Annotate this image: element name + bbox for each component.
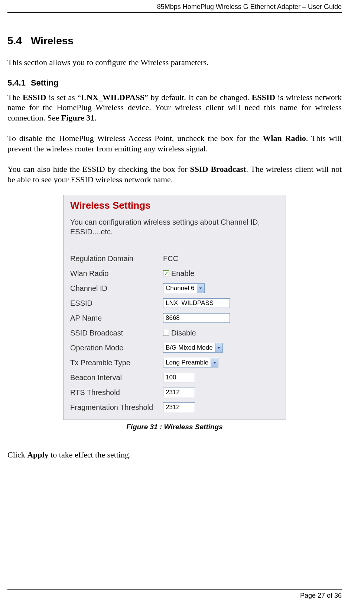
paragraph-1: The ESSID is set as “LNX_WILDPASS” by de… [7, 92, 342, 123]
label-wlan-radio: Wlan Radio [70, 269, 163, 278]
text-bold: Wlan Radio [263, 134, 306, 143]
text: is set as “ [46, 93, 81, 102]
row-tx-preamble: Tx Preamble Type Long Preamble [70, 357, 279, 368]
panel-description: You can configuration wireless settings … [70, 217, 279, 237]
checkbox-ssid-broadcast[interactable]: ✓ [163, 330, 169, 336]
text: The [7, 93, 23, 102]
input-rts-threshold[interactable]: 2312 [163, 388, 195, 397]
select-channel-id-value: Channel 6 [166, 285, 195, 292]
label-channel-id: Channel ID [70, 284, 163, 293]
label-regulation-domain: Regulation Domain [70, 254, 163, 263]
chevron-down-icon[interactable] [197, 284, 204, 293]
panel-title: Wireless Settings [70, 200, 279, 211]
checkbox-wlan-radio-label: Enable [171, 269, 194, 278]
text: ” by default. It can be changed. [144, 93, 252, 102]
chevron-down-icon[interactable] [211, 358, 218, 367]
checkbox-ssid-broadcast-label: Disable [171, 329, 196, 337]
label-essid: ESSID [70, 299, 163, 308]
text-bold: ESSID [252, 93, 276, 102]
section-number: 5.4 [7, 35, 22, 47]
page-number: Page 27 of 36 [7, 592, 342, 600]
value-regulation-domain: FCC [163, 254, 178, 263]
apply-paragraph: Click Apply to take effect the setting. [7, 450, 342, 460]
row-regulation-domain: Regulation Domain FCC [70, 253, 279, 264]
input-ap-name[interactable]: 8668 [163, 313, 230, 323]
text-bold: SSID Broadcast [190, 164, 246, 174]
select-tx-preamble-value: Long Preamble [166, 359, 208, 366]
label-operation-mode: Operation Mode [70, 344, 163, 352]
chevron-down-icon[interactable] [215, 343, 222, 352]
label-ap-name: AP Name [70, 314, 163, 322]
figure-31: Wireless Settings You can configuration … [7, 195, 342, 431]
text-bold: Apply [27, 450, 48, 459]
label-fragmentation-threshold: Fragmentation Threshold [70, 403, 163, 412]
paragraph-2: To disable the HomePlug Wireless Access … [7, 133, 342, 154]
checkbox-wlan-radio[interactable]: ✓ [163, 270, 169, 276]
label-beacon-interval: Beacon Interval [70, 373, 163, 382]
input-fragmentation-threshold[interactable]: 2312 [163, 402, 195, 412]
text-bold: LNX_WILDPASS [81, 93, 144, 102]
select-operation-mode-value: B/G Mixed Mode [166, 344, 213, 351]
text: To disable the HomePlug Wireless Access … [7, 134, 263, 143]
document-header: 85Mbps HomePlug Wireless G Ethernet Adap… [7, 3, 342, 11]
section-heading: 5.4Wireless [7, 35, 342, 47]
subsection-heading: 5.4.1Setting [7, 78, 342, 88]
row-beacon-interval: Beacon Interval 100 [70, 372, 279, 383]
subsection-title: Setting [31, 78, 59, 87]
label-rts-threshold: RTS Threshold [70, 388, 163, 397]
text-bold: ESSID [23, 93, 46, 102]
row-ssid-broadcast: SSID Broadcast ✓ Disable [70, 327, 279, 338]
text: Click [7, 450, 27, 459]
row-wlan-radio: Wlan Radio ✓ Enable [70, 268, 279, 279]
row-fragmentation-threshold: Fragmentation Threshold 2312 [70, 402, 279, 413]
figure-caption: Figure 31 : Wireless Settings [7, 423, 342, 431]
row-channel-id: Channel ID Channel 6 [70, 283, 279, 294]
paragraph-3: You can also hide the ESSID by checking … [7, 164, 342, 184]
text-bold: Figure 31 [61, 113, 94, 122]
input-essid[interactable]: LNX_WILDPASS [163, 298, 230, 308]
section-title: Wireless [31, 35, 74, 46]
text: You can also hide the ESSID by checking … [7, 164, 190, 174]
row-rts-threshold: RTS Threshold 2312 [70, 387, 279, 398]
footer-rule [7, 589, 342, 590]
select-tx-preamble[interactable]: Long Preamble [163, 358, 218, 367]
select-channel-id[interactable]: Channel 6 [163, 283, 205, 293]
row-operation-mode: Operation Mode B/G Mixed Mode [70, 342, 279, 353]
wireless-settings-panel: Wireless Settings You can configuration … [63, 195, 286, 420]
page-footer: Page 27 of 36 [7, 589, 342, 600]
row-essid: ESSID LNX_WILDPASS [70, 298, 279, 309]
select-operation-mode[interactable]: B/G Mixed Mode [163, 343, 223, 353]
subsection-number: 5.4.1 [7, 78, 26, 88]
row-ap-name: AP Name 8668 [70, 312, 279, 324]
label-ssid-broadcast: SSID Broadcast [70, 329, 163, 337]
header-rule [7, 12, 342, 13]
input-beacon-interval[interactable]: 100 [163, 373, 195, 382]
text: . [94, 113, 97, 122]
text: to take effect the setting. [49, 450, 131, 459]
label-tx-preamble: Tx Preamble Type [70, 359, 163, 367]
intro-paragraph: This section allows you to configure the… [7, 57, 342, 68]
